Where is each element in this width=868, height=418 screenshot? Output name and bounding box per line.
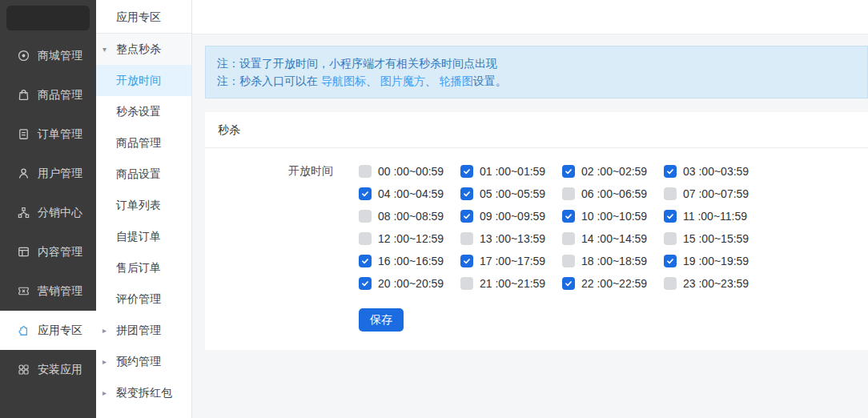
- checkbox-unchecked-icon[interactable]: [460, 232, 473, 245]
- time-slot-15[interactable]: 15 :00~15:59: [664, 231, 766, 246]
- checkbox-checked-icon[interactable]: [664, 165, 677, 178]
- submenu-item-review-manage[interactable]: 评价管理: [96, 283, 191, 315]
- time-slot-19[interactable]: 19 :00~19:59: [664, 253, 766, 268]
- submenu-item-label: 自提订单: [116, 230, 161, 243]
- checkbox-checked-icon[interactable]: [460, 210, 473, 223]
- checkbox-unchecked-icon[interactable]: [359, 165, 372, 178]
- time-slot-04[interactable]: 04 :00~04:59: [359, 186, 460, 201]
- time-slot-14[interactable]: 14 :00~14:59: [562, 231, 664, 246]
- time-slot-20[interactable]: 20 :00~20:59: [359, 275, 460, 291]
- sidebar-item-label: 内容管理: [38, 245, 82, 259]
- submenu-item-seckill-settings[interactable]: 秒杀设置: [96, 96, 191, 127]
- time-slot-05[interactable]: 05 :00~05:59: [460, 186, 562, 201]
- sidebar-item-users[interactable]: 用户管理: [0, 154, 96, 193]
- notice-link-carousel[interactable]: 轮播图: [440, 74, 473, 87]
- submenu-item-aftersale-orders[interactable]: 售后订单: [96, 252, 191, 283]
- page-content: 注：设置了开放时间，小程序端才有相关秒杀时间点出现 注：秒杀入口可以在 导航图标…: [192, 34, 868, 418]
- checkbox-unchecked-icon[interactable]: [562, 255, 575, 267]
- time-slot-06[interactable]: 06 :00~06:59: [562, 186, 664, 201]
- submenu-item-red-packet[interactable]: ▸裂变拆红包: [96, 377, 191, 408]
- submenu-item-order-list[interactable]: 订单列表: [96, 190, 191, 221]
- sidebar-item-content[interactable]: 内容管理: [0, 232, 96, 271]
- time-slot-label: 06 :00~06:59: [581, 187, 647, 200]
- notice-text-segment: 设置。: [473, 74, 507, 87]
- sidebar-item-label: 商品管理: [38, 88, 82, 102]
- caret-right-icon: ▸: [102, 377, 106, 408]
- checkbox-checked-icon[interactable]: [460, 165, 473, 178]
- submenu-item-goods-settings[interactable]: 商品设置: [96, 159, 191, 190]
- checkbox-checked-icon[interactable]: [460, 255, 473, 267]
- time-slot-10[interactable]: 10 :00~10:59: [562, 208, 664, 223]
- sidebar-item-marketing[interactable]: 营销管理: [0, 271, 96, 311]
- submenu-item-goods-manage[interactable]: 商品管理: [96, 127, 191, 159]
- notice-line-1: 注：设置了开放时间，小程序端才有相关秒杀时间点出现: [217, 54, 856, 72]
- time-slot-08[interactable]: 08 :00~08:59: [359, 208, 460, 223]
- time-slot-18[interactable]: 18 :00~18:59: [562, 253, 664, 268]
- sidebar-item-label: 应用专区: [38, 324, 82, 338]
- checkbox-unchecked-icon[interactable]: [562, 232, 575, 245]
- time-slot-16[interactable]: 16 :00~16:59: [359, 253, 460, 268]
- time-slot-label: 21 :00~21:59: [480, 277, 545, 290]
- checkbox-checked-icon[interactable]: [359, 255, 372, 267]
- time-slot-03[interactable]: 03 :00~03:59: [664, 163, 766, 179]
- admin-app: 商城管理商品管理订单管理用户管理分销中心内容管理营销管理应用专区安装应用 应用专…: [0, 0, 868, 418]
- checkbox-checked-icon[interactable]: [664, 255, 677, 267]
- checkbox-unchecked-icon[interactable]: [664, 277, 677, 290]
- time-slot-02[interactable]: 02 :00~02:59: [562, 163, 664, 179]
- checkbox-checked-icon[interactable]: [359, 277, 372, 290]
- sidebar-item-distribution[interactable]: 分销中心: [0, 193, 96, 232]
- checkbox-unchecked-icon[interactable]: [359, 210, 372, 223]
- time-slot-01[interactable]: 01 :00~01:59: [460, 163, 562, 179]
- checkbox-checked-icon[interactable]: [562, 210, 575, 223]
- sidebar-item-install[interactable]: 安装应用: [0, 350, 96, 389]
- submenu-item-pickup-orders[interactable]: 自提订单: [96, 221, 191, 252]
- user-icon: [17, 167, 30, 180]
- time-slot-label: 03 :00~03:59: [683, 165, 749, 178]
- time-slot-12[interactable]: 12 :00~12:59: [359, 231, 460, 246]
- submenu-item-open-time[interactable]: 开放时间: [96, 65, 191, 96]
- checkbox-checked-icon[interactable]: [562, 277, 575, 290]
- open-time-control: 00 :00~00:5901 :00~01:5902 :00~02:5903 :…: [359, 163, 766, 332]
- secondary-sidebar: 应用专区 ▾整点秒杀开放时间秒杀设置商品管理商品设置订单列表自提订单售后订单评价…: [96, 0, 192, 418]
- notice-text-segment: 、: [366, 74, 380, 87]
- time-slot-22[interactable]: 22 :00~22:59: [562, 275, 664, 291]
- notice-link-nav-icon[interactable]: 导航图标: [321, 74, 366, 87]
- time-slot-label: 22 :00~22:59: [581, 277, 647, 290]
- submenu-item-label: 裂变拆红包: [116, 386, 172, 399]
- submenu-item-label: 开放时间: [116, 74, 161, 86]
- checkbox-checked-icon[interactable]: [359, 187, 372, 200]
- sidebar-item-shop[interactable]: 商城管理: [0, 36, 96, 75]
- submenu-item-booking[interactable]: ▸预约管理: [96, 346, 191, 377]
- checkbox-checked-icon[interactable]: [664, 210, 677, 223]
- checkbox-checked-icon[interactable]: [562, 165, 575, 178]
- sidebar-item-orders[interactable]: 订单管理: [0, 115, 96, 154]
- time-slot-label: 00 :00~00:59: [378, 165, 444, 178]
- puzzle-icon: [17, 324, 30, 337]
- notice-link-image-cube[interactable]: 图片魔方: [380, 74, 425, 87]
- panel-title: 秒杀: [205, 112, 868, 148]
- time-slot-17[interactable]: 17 :00~17:59: [460, 253, 562, 268]
- time-slot-23[interactable]: 23 :00~23:59: [664, 275, 766, 291]
- submenu-item-group-buy[interactable]: ▸拼团管理: [96, 315, 191, 346]
- checkbox-unchecked-icon[interactable]: [562, 187, 575, 200]
- save-button[interactable]: 保存: [359, 308, 404, 332]
- time-slot-11[interactable]: 11 :00~11:59: [664, 208, 766, 223]
- submenu-item-label: 整点秒杀: [116, 42, 161, 55]
- time-slot-07[interactable]: 07 :00~07:59: [664, 186, 766, 201]
- checkbox-unchecked-icon[interactable]: [460, 277, 473, 290]
- time-slot-09[interactable]: 09 :00~09:59: [460, 208, 562, 223]
- checkbox-checked-icon[interactable]: [460, 187, 473, 200]
- time-slot-label: 14 :00~14:59: [581, 232, 647, 245]
- time-slot-21[interactable]: 21 :00~21:59: [460, 275, 562, 291]
- time-slot-13[interactable]: 13 :00~13:59: [460, 231, 562, 246]
- submenu-item-flash-sale[interactable]: ▾整点秒杀: [96, 34, 191, 65]
- submenu-header-apps[interactable]: 应用专区: [96, 0, 191, 34]
- checkbox-unchecked-icon[interactable]: [359, 232, 372, 245]
- time-slot-label: 17 :00~17:59: [480, 255, 545, 267]
- checkbox-unchecked-icon[interactable]: [664, 187, 677, 200]
- time-slot-00[interactable]: 00 :00~00:59: [359, 163, 460, 179]
- sidebar-item-goods[interactable]: 商品管理: [0, 75, 96, 115]
- sidebar-item-apps[interactable]: 应用专区: [0, 311, 96, 350]
- notice-line-2: 注：秒杀入口可以在 导航图标、 图片魔方、 轮播图设置。: [217, 72, 856, 90]
- checkbox-unchecked-icon[interactable]: [664, 232, 677, 245]
